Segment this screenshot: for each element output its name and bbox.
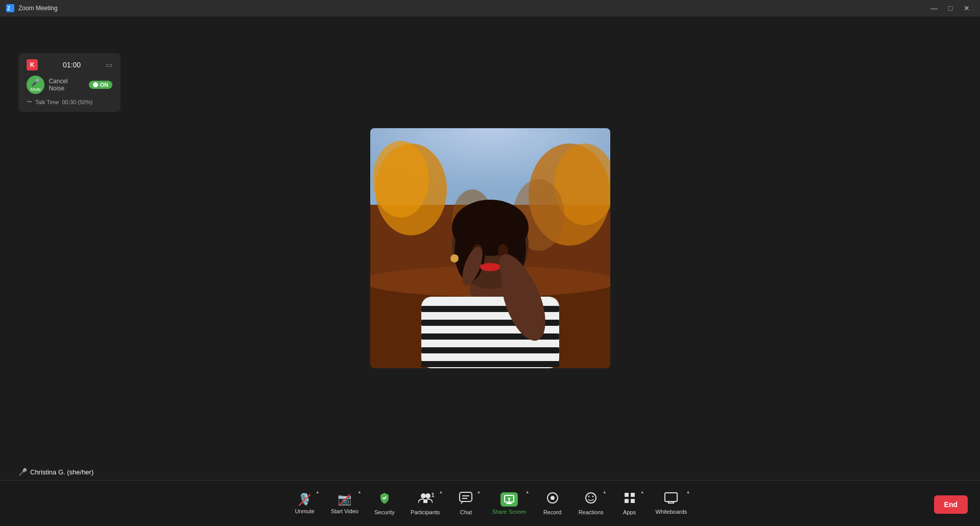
participants-button[interactable]: ▲ 1 Participants bbox=[404, 486, 446, 521]
svg-point-20 bbox=[450, 254, 459, 262]
maximize-button[interactable]: □ bbox=[943, 3, 958, 14]
svg-point-39 bbox=[551, 496, 555, 500]
chat-icon bbox=[459, 492, 472, 507]
record-icon bbox=[546, 492, 559, 507]
security-label: Security bbox=[374, 509, 395, 515]
share-screen-icon bbox=[500, 492, 518, 507]
noise-toggle[interactable]: ON bbox=[89, 81, 113, 89]
reactions-icon: + bbox=[584, 492, 597, 507]
minimize-button[interactable]: — bbox=[927, 3, 941, 14]
apps-button[interactable]: ▲ Apps bbox=[612, 486, 648, 521]
whiteboards-button[interactable]: ▲ Whiteboards bbox=[650, 486, 694, 521]
participant-name-label: 🎤 Christina G. (she/her) bbox=[18, 468, 93, 476]
widget-mic-button[interactable]: 🎤 Mute bbox=[27, 76, 44, 94]
svg-rect-48 bbox=[665, 493, 677, 501]
close-button[interactable]: ✕ bbox=[960, 3, 974, 14]
svg-rect-25 bbox=[421, 347, 559, 353]
record-button[interactable]: Record bbox=[535, 486, 570, 521]
participants-arrow[interactable]: ▲ bbox=[439, 490, 443, 494]
end-button[interactable]: End bbox=[934, 495, 968, 514]
video-tile bbox=[370, 128, 610, 368]
talk-time-value: 00:30 (50%) bbox=[62, 99, 92, 105]
svg-rect-44 bbox=[625, 493, 629, 497]
start-video-label: Start Video bbox=[331, 508, 358, 514]
cancel-noise-label: Cancel Noise bbox=[49, 78, 84, 92]
svg-rect-46 bbox=[625, 499, 629, 503]
mic-icon-inner: 🎙️ bbox=[298, 493, 312, 506]
chat-button[interactable]: ▲ Chat bbox=[448, 486, 484, 521]
widget-header: K 01:00 ▭ bbox=[27, 59, 112, 70]
window-controls: — □ ✕ bbox=[927, 3, 974, 14]
whiteboards-label: Whiteboards bbox=[656, 509, 687, 515]
unmute-label: Unmute bbox=[295, 508, 315, 514]
muted-mic-icon: 🎤 bbox=[18, 468, 27, 476]
title-bar: Z Zoom Meeting — □ ✕ bbox=[0, 0, 980, 16]
widget-noise-row: 🎤 Mute Cancel Noise ON bbox=[27, 76, 112, 94]
svg-rect-32 bbox=[460, 492, 472, 501]
record-label: Record bbox=[543, 509, 561, 515]
unmute-button[interactable]: ▲ 🎙️ Unmute bbox=[287, 486, 323, 521]
svg-rect-45 bbox=[631, 493, 635, 497]
toggle-circle bbox=[93, 82, 98, 87]
apps-arrow[interactable]: ▲ bbox=[640, 490, 644, 494]
whiteboards-arrow[interactable]: ▲ bbox=[686, 490, 690, 494]
unmute-arrow[interactable]: ▲ bbox=[316, 490, 320, 494]
video-icon: 📷 bbox=[338, 493, 351, 506]
svg-text:Z: Z bbox=[7, 6, 10, 11]
security-icon bbox=[378, 492, 391, 507]
reactions-button[interactable]: ▲ + Reactions bbox=[572, 486, 610, 521]
start-video-button[interactable]: ▲ 📷 Start Video bbox=[325, 486, 365, 521]
mini-widget: K 01:00 ▭ 🎤 Mute Cancel Noise ON 〜 Talk … bbox=[18, 53, 121, 112]
svg-point-41 bbox=[588, 495, 590, 497]
meeting-area: K 01:00 ▭ 🎤 Mute Cancel Noise ON 〜 Talk … bbox=[0, 16, 980, 480]
svg-point-5 bbox=[373, 141, 429, 218]
apps-label: Apps bbox=[623, 509, 636, 515]
widget-logo: K bbox=[27, 59, 38, 70]
window-title: Zoom Meeting bbox=[18, 5, 927, 12]
participants-icon: 1 bbox=[418, 492, 433, 507]
whiteboards-icon bbox=[664, 492, 678, 507]
reactions-arrow[interactable]: ▲ bbox=[603, 490, 607, 494]
svg-text:+: + bbox=[593, 492, 596, 497]
svg-point-30 bbox=[421, 493, 426, 498]
svg-rect-26 bbox=[421, 361, 559, 367]
reactions-label: Reactions bbox=[579, 509, 604, 515]
participant-name: Christina G. (she/her) bbox=[30, 468, 93, 476]
unmute-icon: 🎙️ bbox=[298, 493, 312, 506]
widget-timer: 01:00 bbox=[63, 61, 81, 69]
widget-video-icon: ▭ bbox=[106, 61, 112, 69]
toolbar: ▲ 🎙️ Unmute ▲ 📷 Start Video bbox=[0, 480, 980, 526]
video-content bbox=[370, 128, 610, 368]
zoom-app-icon: Z bbox=[6, 4, 14, 12]
toolbar-items: ▲ 🎙️ Unmute ▲ 📷 Start Video bbox=[287, 486, 694, 521]
share-screen-label: Share Screen bbox=[492, 509, 526, 515]
share-screen-button[interactable]: ▲ Share Screen bbox=[486, 486, 532, 521]
mute-label: Mute bbox=[31, 87, 41, 92]
share-screen-icon-bg bbox=[500, 492, 518, 507]
video-arrow[interactable]: ▲ bbox=[357, 490, 362, 494]
mic-icon: 🎤 bbox=[31, 78, 40, 86]
apps-icon bbox=[624, 492, 636, 507]
svg-point-19 bbox=[480, 263, 500, 271]
talk-time-icon: 〜 bbox=[27, 98, 32, 106]
chat-label: Chat bbox=[460, 509, 472, 515]
share-arrow[interactable]: ▲ bbox=[525, 490, 530, 494]
chat-arrow[interactable]: ▲ bbox=[476, 490, 481, 494]
security-button[interactable]: Security bbox=[367, 486, 402, 521]
svg-point-31 bbox=[425, 493, 431, 498]
talk-time-label: Talk Time bbox=[35, 99, 59, 105]
video-frame bbox=[370, 128, 610, 368]
participants-label: Participants bbox=[411, 509, 440, 515]
svg-rect-47 bbox=[631, 499, 635, 503]
participants-count-badge: 1 bbox=[432, 492, 435, 498]
talk-time-row: 〜 Talk Time 00:30 (50%) bbox=[27, 98, 112, 106]
